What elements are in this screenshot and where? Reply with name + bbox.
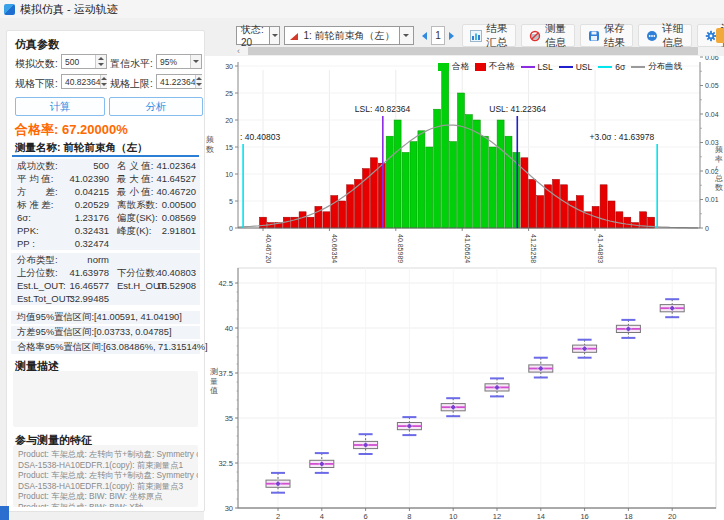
button-label: 结果汇总 [486, 22, 508, 50]
pass-rate-label: 合格率: [15, 122, 58, 137]
summary-button[interactable]: 结果汇总 [462, 24, 516, 47]
horizontal-scrollbar[interactable]: ‹ › [236, 47, 716, 55]
svg-text:8: 8 [407, 512, 411, 520]
svg-text:10: 10 [449, 512, 457, 520]
dist-value: 40.40803 [156, 267, 196, 278]
table-row: 成功次数:500名 义 值:41.02364 [11, 159, 200, 172]
save-icon [588, 30, 600, 42]
stat-label: PPK: [17, 225, 39, 236]
chevron-down-icon[interactable] [269, 27, 280, 44]
confidence-value: 95% [160, 57, 177, 67]
usl-label: 规格上限: [110, 77, 153, 91]
stat-value: 41.02364 [156, 160, 196, 171]
confidence-interval-line: 方差95%置信区间:[0.03733, 0.04785] [11, 326, 200, 339]
stat-value: 0.20529 [61, 199, 109, 210]
confidence-select[interactable]: 95% [156, 54, 202, 69]
chevron-down-icon[interactable] [399, 27, 413, 44]
svg-text:18: 18 [624, 512, 632, 520]
legend-label: LSL [538, 62, 553, 72]
status-value: 状态: 20 [241, 23, 269, 48]
legend-label: 不合格 [489, 61, 515, 73]
sim-count-label: 模拟次数: [15, 57, 58, 71]
spinner-arrows-icon[interactable] [95, 55, 106, 68]
confidence-label: 置信水平: [110, 57, 153, 71]
next-page-button[interactable] [446, 26, 457, 45]
save-results-button[interactable]: 保存结果 [580, 24, 634, 47]
spinner-arrows-icon[interactable] [100, 75, 107, 88]
legend-swatch [598, 66, 612, 68]
usl-input[interactable]: 41.22364 [156, 74, 202, 89]
svg-text:0.05: 0.05 [705, 82, 719, 89]
svg-text:12: 12 [493, 512, 501, 520]
stat-value: 40.46720 [156, 186, 196, 197]
svg-text:20: 20 [668, 512, 676, 520]
scroll-left-icon[interactable]: ‹ [237, 46, 240, 56]
stat-value: 41.64527 [156, 173, 196, 184]
lsl-input[interactable]: 40.82364 [61, 74, 107, 89]
svg-text:频数: 频数 [206, 135, 214, 154]
calculate-button[interactable]: 计算 [15, 97, 105, 116]
stat-value: 41.02390 [61, 173, 109, 184]
svg-text:30: 30 [225, 63, 233, 70]
titlebar: 模拟仿真 - 运动轨迹 [0, 0, 724, 18]
legend-swatch [559, 66, 573, 68]
svg-text:41.05624: 41.05624 [464, 234, 471, 263]
scrollbar-thumb[interactable] [248, 47, 698, 55]
prev-page-button[interactable] [419, 26, 430, 45]
legend-item: 6σ [598, 62, 625, 72]
svg-text:40.85989: 40.85989 [397, 234, 404, 263]
legend-item: USL [559, 62, 593, 72]
features-box[interactable]: Product: 车架总成: 左转向节+制动盘: Symmetry ofDSA-… [13, 445, 198, 507]
clipped-toolbar-icon[interactable] [716, 28, 724, 43]
svg-text:USL: 41.22364: USL: 41.22364 [489, 104, 546, 114]
measure-name-value: 前轮前束角（左） [63, 141, 147, 153]
status-select[interactable]: 状态: 20 [236, 26, 280, 45]
svg-text:20: 20 [225, 117, 233, 124]
svg-text:LSL: 40.82364: LSL: 40.82364 [355, 104, 411, 114]
details-button[interactable]: 详细信息 [638, 24, 692, 47]
simulation-panel: 仿真参数 模拟次数: 500 置信水平: 95% 规格下限: 40.82364 … [6, 30, 205, 512]
histogram-svg: 40.4672040.6635440.8598941.0562441.25258… [200, 56, 724, 268]
svg-text:25: 25 [225, 90, 233, 97]
taskbar-icon[interactable] [0, 506, 9, 520]
dist-value: 16.46577 [61, 280, 109, 291]
lsl-label: 规格下限: [15, 77, 58, 91]
statistics-table: 成功次数:500名 义 值:41.02364平 均 值:41.02390最 大 … [11, 159, 200, 250]
measure-info-icon [529, 30, 541, 42]
legend-item: LSL [521, 62, 553, 72]
svg-text:32.5: 32.5 [218, 459, 233, 468]
sim-count-value: 500 [65, 57, 79, 67]
toolbar: 状态: 20 1: 前轮前束角（左） 1 结果汇总测量信息保存结果详细信息设置 [236, 25, 724, 46]
svg-text:40.46720: 40.46720 [265, 234, 272, 263]
dist-value: 32.99485 [61, 293, 109, 304]
analyze-button[interactable]: 分析 [109, 97, 203, 116]
boxplot-svg: 3032.53537.54042.52468101214161820测量值 [200, 262, 724, 520]
legend-label: 分布曲线 [648, 61, 682, 73]
button-label: 测量信息 [545, 22, 567, 50]
table-row: 6σ:1.23176偏度(SK):0.08569 [11, 211, 200, 224]
description-box[interactable] [13, 371, 198, 427]
stat-value: 2.91801 [162, 225, 196, 236]
window-title: 模拟仿真 - 运动轨迹 [20, 2, 118, 17]
table-row: 平 均 值:41.02390最 大 值:41.64527 [11, 172, 200, 185]
sim-count-input[interactable]: 500 [61, 54, 107, 69]
page-number[interactable]: 1 [431, 26, 445, 45]
measure-info-button[interactable]: 测量信息 [521, 24, 575, 47]
dist-value: 41.63978 [61, 267, 109, 278]
legend-item: 不合格 [475, 61, 515, 73]
legend-label: USL [576, 62, 593, 72]
stat-value: 500 [61, 160, 109, 171]
toolbar-buttons: 结果汇总测量信息保存结果详细信息设置 [457, 24, 724, 47]
table-row: Est.Tot_OUT:32.99485 [11, 292, 200, 305]
svg-text:30: 30 [225, 504, 233, 513]
svg-text:16: 16 [580, 512, 588, 520]
measurement-select[interactable]: 1: 前轮前束角（左） [284, 26, 413, 45]
svg-text:0: 0 [705, 225, 709, 232]
svg-text:测量值: 测量值 [210, 367, 218, 395]
svg-text:42.5: 42.5 [218, 279, 233, 288]
svg-text:0.04: 0.04 [705, 111, 719, 118]
legend-item: 合格 [438, 61, 469, 73]
stat-value: 0.32474 [61, 238, 109, 249]
legend-swatch [631, 66, 645, 68]
svg-text:37.5: 37.5 [218, 369, 233, 378]
